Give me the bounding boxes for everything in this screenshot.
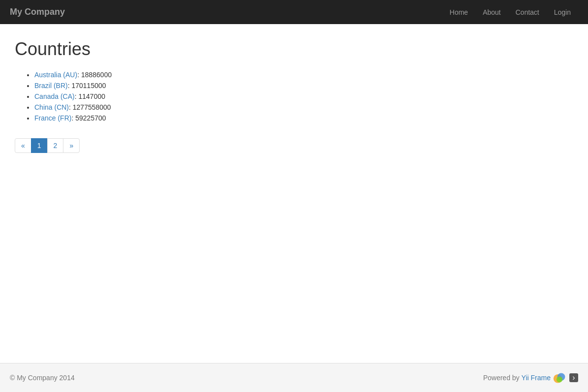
main-content: Countries Australia (AU): 18886000 Brazi…	[0, 24, 588, 363]
navbar: My Company Home About Contact Login	[0, 0, 588, 24]
list-item: China (CN): 1277558000	[34, 102, 573, 113]
svg-point-2	[557, 376, 562, 382]
list-item: France (FR): 59225700	[34, 113, 573, 123]
yii-framework-label: Yii Frame	[522, 374, 551, 382]
navbar-brand[interactable]: My Company	[10, 7, 65, 17]
list-item: Canada (CA): 1147000	[34, 91, 573, 102]
pagination: « 1 2 »	[15, 138, 573, 153]
list-item: Brazil (BR): 170115000	[34, 80, 573, 91]
yii-logo	[553, 371, 566, 385]
pagination-next: »	[63, 138, 80, 153]
nav-link-about[interactable]: About	[475, 1, 508, 24]
yii-framework-link[interactable]: Yii Frame	[522, 374, 551, 382]
country-link-br[interactable]: Brazil (BR)	[34, 82, 68, 90]
pagination-prev: «	[15, 138, 31, 153]
nav-link-home[interactable]: Home	[442, 1, 475, 24]
footer-right: Powered by Yii Frame	[483, 371, 578, 385]
pagination-page-2: 2	[48, 138, 64, 153]
page-title: Countries	[15, 39, 573, 60]
list-item: Australia (AU): 18886000	[34, 69, 573, 80]
nav-item-home: Home	[442, 1, 475, 24]
nav-item-login: Login	[547, 1, 578, 24]
powered-by-text: Powered by	[483, 374, 520, 382]
nav-item-about: About	[475, 1, 508, 24]
country-link-au[interactable]: Australia (AU)	[34, 71, 77, 79]
country-link-fr[interactable]: France (FR)	[34, 114, 71, 122]
pagination-prev-link[interactable]: «	[15, 138, 31, 153]
nav-link-login[interactable]: Login	[547, 1, 578, 24]
country-list: Australia (AU): 18886000 Brazil (BR): 17…	[15, 69, 573, 123]
nav-link-contact[interactable]: Contact	[508, 1, 546, 24]
nav-item-contact: Contact	[508, 1, 546, 24]
arrow-right-icon	[569, 373, 578, 382]
country-link-cn[interactable]: China (CN)	[34, 103, 69, 111]
pagination-page-2-link[interactable]: 2	[47, 138, 64, 153]
pagination-next-link[interactable]: »	[63, 138, 80, 153]
footer-copyright: © My Company 2014	[10, 374, 75, 382]
pagination-page-1: 1	[31, 138, 48, 153]
navbar-nav: Home About Contact Login	[442, 1, 578, 24]
footer: © My Company 2014 Powered by Yii Frame	[0, 363, 588, 392]
country-link-ca[interactable]: Canada (CA)	[34, 92, 75, 100]
pagination-page-1-label[interactable]: 1	[31, 138, 48, 153]
